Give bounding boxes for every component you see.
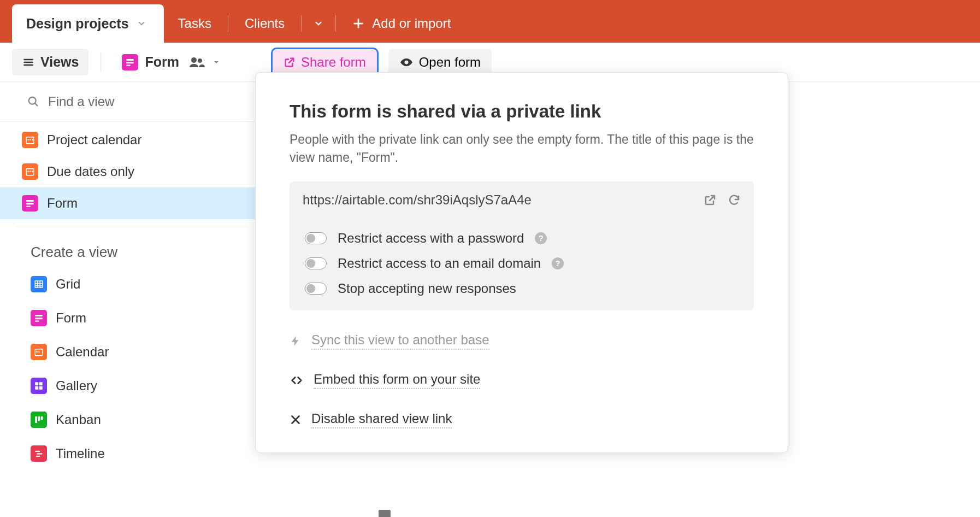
svg-rect-12 [28,171,29,172]
tab-clients[interactable]: Clients [231,4,299,43]
brand-strip [0,0,980,4]
regenerate-icon[interactable] [728,193,741,207]
help-icon[interactable]: ? [535,232,547,244]
bolt-icon [290,334,302,348]
share-url-text[interactable]: https://airtable.com/shr39iAqslyS7aA4e [303,192,695,208]
external-link-icon [284,56,296,68]
menu-icon [22,57,35,68]
option-restrict-password: Restrict access with a password ? [305,231,739,246]
divider [16,227,249,227]
svg-rect-8 [28,139,29,140]
scroll-indicator [379,510,391,517]
code-icon [290,374,304,386]
tab-more-dropdown[interactable] [304,4,333,43]
current-view-button[interactable]: Form [113,49,229,76]
sync-view-link[interactable]: Sync this view to another base [290,332,754,350]
create-view-list: Grid Form Calendar Gallery Kanban Timeli… [0,267,265,471]
popover-title: This form is shared via a private link [290,101,754,122]
view-item-due-dates[interactable]: Due dates only [0,156,265,187]
svg-rect-2 [127,64,131,66]
embed-label: Embed this form on your site [314,372,480,389]
disable-link[interactable]: Disable shared view link [290,411,754,428]
create-form-view[interactable]: Form [0,301,265,335]
create-timeline-view[interactable]: Timeline [0,437,265,471]
create-label: Calendar [56,344,109,360]
svg-rect-13 [29,171,31,172]
add-or-import-button[interactable]: Add or import [338,4,465,43]
form-icon [22,195,38,212]
create-grid-view[interactable]: Grid [0,267,265,301]
plus-icon [352,17,364,30]
kanban-icon [31,412,47,428]
view-item-form[interactable]: Form [0,187,265,219]
tab-design-projects[interactable]: Design projects [12,4,164,43]
create-calendar-view[interactable]: Calendar [0,335,265,369]
add-import-label: Add or import [372,16,451,31]
open-link-icon[interactable] [704,193,717,207]
view-label: Due dates only [47,164,134,179]
create-label: Timeline [56,446,105,461]
create-label: Grid [56,277,80,292]
svg-rect-0 [127,59,134,61]
separator [301,15,302,32]
sync-label: Sync this view to another base [311,332,489,350]
toggle-restrict-domain[interactable] [305,257,327,269]
gallery-icon [31,378,47,394]
views-list: Project calendar Due dates only Form [0,122,265,219]
separator [228,15,228,32]
create-label: Kanban [56,412,101,427]
x-icon [290,414,302,426]
option-restrict-domain: Restrict access to an email domain ? [305,256,739,271]
svg-rect-17 [26,206,31,207]
svg-point-3 [191,57,197,63]
views-sidebar: Find a view Project calendar Due dates o… [0,82,265,471]
svg-rect-9 [29,139,31,140]
grid-icon [31,276,47,292]
views-toggle-button[interactable]: Views [12,49,88,75]
option-label: Stop accepting new responses [338,281,516,296]
view-item-project-calendar[interactable]: Project calendar [0,124,265,156]
open-form-label: Open form [419,55,481,70]
svg-rect-1 [127,62,134,63]
people-icon [189,56,205,68]
svg-rect-33 [36,456,40,457]
form-icon [122,54,138,70]
create-gallery-view[interactable]: Gallery [0,369,265,403]
svg-rect-30 [41,416,43,420]
view-label: Project calendar [47,132,141,148]
svg-rect-28 [35,416,37,423]
separator [101,53,101,72]
help-icon[interactable]: ? [552,257,564,269]
svg-point-5 [404,60,408,64]
toggle-stop-responses[interactable] [305,283,327,295]
option-label: Restrict access to an email domain [338,256,541,271]
option-label: Restrict access with a password [338,231,524,246]
svg-point-4 [198,58,202,63]
search-placeholder: Find a view [48,94,114,109]
option-stop-responses: Stop accepting new responses [305,281,739,296]
svg-rect-27 [39,386,43,390]
embed-form-link[interactable]: Embed this form on your site [290,372,754,389]
toggle-restrict-password[interactable] [305,232,327,244]
svg-rect-32 [37,453,43,454]
find-view-input[interactable]: Find a view [0,82,265,122]
create-view-heading: Create a view [0,244,265,267]
separator [335,15,336,32]
svg-rect-22 [37,351,38,352]
open-form-button[interactable]: Open form [388,49,492,75]
tab-tasks[interactable]: Tasks [164,4,226,43]
create-kanban-view[interactable]: Kanban [0,403,265,437]
views-label: Views [40,54,79,70]
svg-rect-26 [35,386,38,390]
chevron-down-icon [314,19,323,28]
form-icon [31,310,47,326]
timeline-icon [31,445,47,462]
share-link-box: https://airtable.com/shr39iAqslyS7aA4e [290,181,754,219]
table-tabs-bar: Design projects Tasks Clients Add or imp… [0,4,980,43]
svg-rect-18 [35,315,43,316]
svg-rect-23 [38,351,39,352]
calendar-icon [31,344,47,360]
svg-rect-24 [35,382,38,385]
svg-rect-19 [35,318,43,319]
svg-rect-14 [32,171,33,172]
